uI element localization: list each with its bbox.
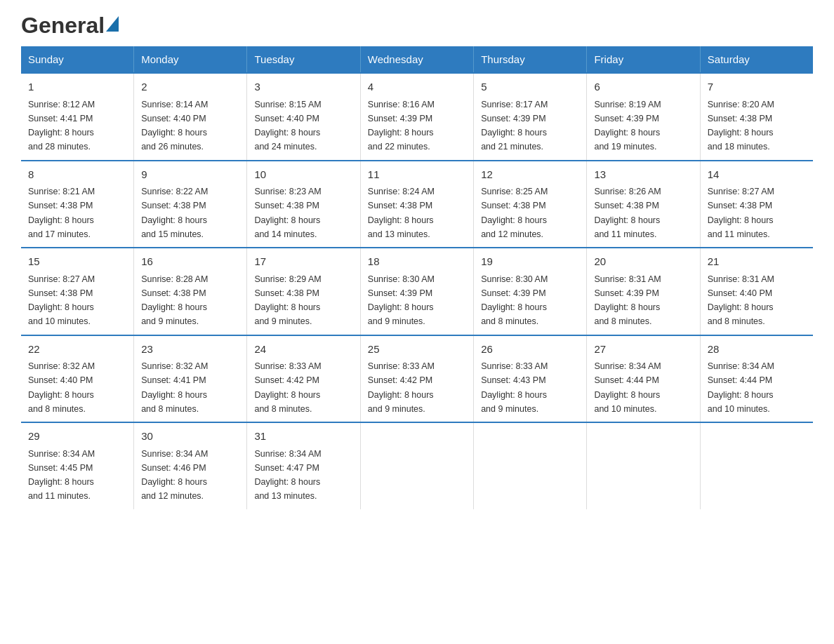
day-number: 27: [594, 342, 692, 358]
calendar-cell: 2Sunrise: 8:14 AMSunset: 4:40 PMDaylight…: [134, 73, 247, 161]
day-number: 2: [141, 79, 239, 95]
day-number: 8: [28, 167, 126, 183]
day-number: 13: [594, 167, 692, 183]
day-info: Sunrise: 8:24 AMSunset: 4:38 PMDaylight:…: [368, 187, 435, 239]
day-number: 10: [254, 167, 352, 183]
day-number: 30: [141, 429, 239, 445]
column-header-saturday: Saturday: [700, 46, 813, 73]
calendar-week-row: 22Sunrise: 8:32 AMSunset: 4:40 PMDayligh…: [21, 335, 813, 423]
page-header: General: [21, 14, 813, 32]
calendar-cell: 20Sunrise: 8:31 AMSunset: 4:39 PMDayligh…: [587, 248, 700, 335]
calendar-cell: 27Sunrise: 8:34 AMSunset: 4:44 PMDayligh…: [587, 335, 700, 423]
day-info: Sunrise: 8:31 AMSunset: 4:39 PMDaylight:…: [594, 274, 661, 327]
calendar-cell: 4Sunrise: 8:16 AMSunset: 4:39 PMDaylight…: [360, 73, 473, 161]
logo-general-text: General: [21, 14, 105, 36]
day-info: Sunrise: 8:21 AMSunset: 4:38 PMDaylight:…: [28, 187, 95, 239]
calendar-cell: 6Sunrise: 8:19 AMSunset: 4:39 PMDaylight…: [587, 73, 700, 161]
day-number: 23: [141, 342, 239, 358]
day-number: 21: [708, 254, 806, 270]
day-number: 4: [368, 79, 466, 95]
column-header-thursday: Thursday: [474, 46, 587, 73]
day-number: 29: [28, 429, 126, 445]
calendar-cell: 24Sunrise: 8:33 AMSunset: 4:42 PMDayligh…: [247, 335, 360, 423]
day-info: Sunrise: 8:27 AMSunset: 4:38 PMDaylight:…: [28, 274, 95, 327]
day-number: 18: [368, 254, 466, 270]
calendar-cell: 9Sunrise: 8:22 AMSunset: 4:38 PMDaylight…: [134, 161, 247, 248]
calendar-cell: [700, 422, 813, 509]
day-info: Sunrise: 8:33 AMSunset: 4:43 PMDaylight:…: [481, 361, 548, 414]
column-header-friday: Friday: [587, 46, 700, 73]
day-info: Sunrise: 8:34 AMSunset: 4:47 PMDaylight:…: [254, 449, 321, 502]
calendar-cell: 28Sunrise: 8:34 AMSunset: 4:44 PMDayligh…: [700, 335, 813, 423]
day-number: 9: [141, 167, 239, 183]
day-number: 28: [708, 342, 806, 358]
day-number: 6: [594, 79, 692, 95]
day-number: 3: [254, 79, 352, 95]
calendar-cell: 30Sunrise: 8:34 AMSunset: 4:46 PMDayligh…: [134, 422, 247, 509]
day-info: Sunrise: 8:26 AMSunset: 4:38 PMDaylight:…: [594, 187, 661, 239]
day-info: Sunrise: 8:32 AMSunset: 4:40 PMDaylight:…: [28, 361, 95, 414]
day-number: 25: [368, 342, 466, 358]
calendar-week-row: 15Sunrise: 8:27 AMSunset: 4:38 PMDayligh…: [21, 248, 813, 335]
calendar-cell: 14Sunrise: 8:27 AMSunset: 4:38 PMDayligh…: [700, 161, 813, 248]
day-info: Sunrise: 8:17 AMSunset: 4:39 PMDaylight:…: [481, 100, 548, 152]
day-info: Sunrise: 8:16 AMSunset: 4:39 PMDaylight:…: [368, 100, 435, 152]
day-number: 26: [481, 342, 579, 358]
logo-triangle-icon: [106, 16, 119, 32]
calendar-cell: 26Sunrise: 8:33 AMSunset: 4:43 PMDayligh…: [474, 335, 587, 423]
day-info: Sunrise: 8:28 AMSunset: 4:38 PMDaylight:…: [141, 274, 208, 327]
day-info: Sunrise: 8:34 AMSunset: 4:44 PMDaylight:…: [708, 361, 774, 414]
day-number: 24: [254, 342, 352, 358]
day-info: Sunrise: 8:27 AMSunset: 4:38 PMDaylight:…: [708, 187, 774, 239]
day-number: 19: [481, 254, 579, 270]
column-header-tuesday: Tuesday: [247, 46, 360, 73]
calendar-cell: 18Sunrise: 8:30 AMSunset: 4:39 PMDayligh…: [360, 248, 473, 335]
calendar-cell: 5Sunrise: 8:17 AMSunset: 4:39 PMDaylight…: [474, 73, 587, 161]
day-number: 15: [28, 254, 126, 270]
day-info: Sunrise: 8:33 AMSunset: 4:42 PMDaylight:…: [368, 361, 435, 414]
calendar-cell: 1Sunrise: 8:12 AMSunset: 4:41 PMDaylight…: [21, 73, 134, 161]
day-info: Sunrise: 8:34 AMSunset: 4:44 PMDaylight:…: [594, 361, 661, 414]
day-number: 12: [481, 167, 579, 183]
column-header-monday: Monday: [134, 46, 247, 73]
day-number: 16: [141, 254, 239, 270]
day-number: 11: [368, 167, 466, 183]
calendar-week-row: 1Sunrise: 8:12 AMSunset: 4:41 PMDaylight…: [21, 73, 813, 161]
calendar-cell: 17Sunrise: 8:29 AMSunset: 4:38 PMDayligh…: [247, 248, 360, 335]
calendar-cell: 29Sunrise: 8:34 AMSunset: 4:45 PMDayligh…: [21, 422, 134, 509]
day-number: 1: [28, 79, 126, 95]
calendar-table: SundayMondayTuesdayWednesdayThursdayFrid…: [21, 46, 813, 509]
calendar-cell: 23Sunrise: 8:32 AMSunset: 4:41 PMDayligh…: [134, 335, 247, 423]
day-number: 20: [594, 254, 692, 270]
calendar-cell: 19Sunrise: 8:30 AMSunset: 4:39 PMDayligh…: [474, 248, 587, 335]
calendar-cell: 3Sunrise: 8:15 AMSunset: 4:40 PMDaylight…: [247, 73, 360, 161]
calendar-week-row: 8Sunrise: 8:21 AMSunset: 4:38 PMDaylight…: [21, 161, 813, 248]
calendar-cell: 11Sunrise: 8:24 AMSunset: 4:38 PMDayligh…: [360, 161, 473, 248]
calendar-cell: 10Sunrise: 8:23 AMSunset: 4:38 PMDayligh…: [247, 161, 360, 248]
calendar-cell: [360, 422, 473, 509]
day-info: Sunrise: 8:31 AMSunset: 4:40 PMDaylight:…: [708, 274, 774, 327]
calendar-cell: 13Sunrise: 8:26 AMSunset: 4:38 PMDayligh…: [587, 161, 700, 248]
calendar-cell: [474, 422, 587, 509]
day-info: Sunrise: 8:33 AMSunset: 4:42 PMDaylight:…: [254, 361, 321, 414]
day-info: Sunrise: 8:34 AMSunset: 4:45 PMDaylight:…: [28, 449, 95, 502]
column-header-wednesday: Wednesday: [360, 46, 473, 73]
day-number: 31: [254, 429, 352, 445]
day-info: Sunrise: 8:32 AMSunset: 4:41 PMDaylight:…: [141, 361, 208, 414]
day-info: Sunrise: 8:25 AMSunset: 4:38 PMDaylight:…: [481, 187, 548, 239]
calendar-cell: 21Sunrise: 8:31 AMSunset: 4:40 PMDayligh…: [700, 248, 813, 335]
calendar-cell: 25Sunrise: 8:33 AMSunset: 4:42 PMDayligh…: [360, 335, 473, 423]
day-info: Sunrise: 8:30 AMSunset: 4:39 PMDaylight:…: [481, 274, 548, 327]
day-number: 17: [254, 254, 352, 270]
day-info: Sunrise: 8:12 AMSunset: 4:41 PMDaylight:…: [28, 100, 95, 152]
day-number: 7: [708, 79, 806, 95]
calendar-week-row: 29Sunrise: 8:34 AMSunset: 4:45 PMDayligh…: [21, 422, 813, 509]
day-info: Sunrise: 8:30 AMSunset: 4:39 PMDaylight:…: [368, 274, 435, 327]
day-info: Sunrise: 8:23 AMSunset: 4:38 PMDaylight:…: [254, 187, 321, 239]
calendar-cell: 31Sunrise: 8:34 AMSunset: 4:47 PMDayligh…: [247, 422, 360, 509]
calendar-cell: [587, 422, 700, 509]
day-number: 14: [708, 167, 806, 183]
day-number: 5: [481, 79, 579, 95]
day-info: Sunrise: 8:20 AMSunset: 4:38 PMDaylight:…: [708, 100, 774, 152]
day-number: 22: [28, 342, 126, 358]
